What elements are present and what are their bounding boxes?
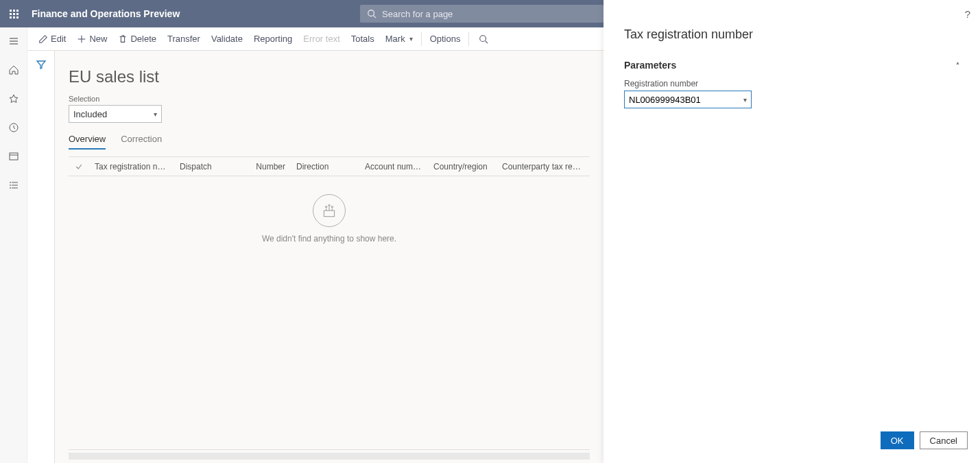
- panel-header: ?: [603, 0, 980, 27]
- app-launcher-button[interactable]: [0, 0, 27, 27]
- options-label: Options: [430, 34, 461, 44]
- totals-button[interactable]: Totals: [346, 27, 380, 51]
- search-icon: [367, 9, 377, 19]
- separator: [421, 32, 422, 46]
- hamburger-icon: [8, 36, 19, 47]
- waffle-icon: [10, 10, 19, 19]
- panel-title: Tax registration number: [603, 27, 980, 49]
- options-button[interactable]: Options: [425, 27, 466, 51]
- edit-button[interactable]: Edit: [33, 27, 71, 51]
- totals-label: Totals: [351, 34, 374, 44]
- edit-label: Edit: [51, 34, 66, 44]
- validate-button[interactable]: Validate: [206, 27, 248, 51]
- trash-icon: [118, 34, 128, 44]
- svg-point-0: [368, 10, 374, 16]
- nav-hamburger[interactable]: [0, 32, 27, 51]
- search-placeholder: Search for a page: [382, 9, 453, 19]
- search-icon: [479, 34, 488, 44]
- svg-line-17: [486, 40, 488, 43]
- search-input[interactable]: Search for a page: [360, 5, 603, 23]
- new-label: New: [89, 34, 107, 44]
- transfer-label: Transfer: [167, 34, 200, 44]
- delete-button[interactable]: Delete: [112, 27, 162, 51]
- svg-point-16: [480, 35, 486, 41]
- delete-label: Delete: [130, 34, 156, 44]
- left-nav: [0, 27, 27, 51]
- new-button[interactable]: New: [71, 27, 112, 51]
- side-panel: ? Tax registration number Parameters ˄ R…: [603, 0, 980, 51]
- pencil-icon: [38, 34, 48, 44]
- app-title: Finance and Operations Preview: [32, 8, 180, 19]
- reporting-label: Reporting: [254, 34, 292, 44]
- validate-label: Validate: [211, 34, 243, 44]
- mark-button[interactable]: Mark▾: [380, 27, 418, 51]
- action-search-button[interactable]: [472, 27, 498, 51]
- svg-line-1: [374, 16, 377, 19]
- separator: [468, 32, 469, 46]
- parameters-section: Parameters ˄ Registration number ▾: [603, 49, 980, 51]
- transfer-button[interactable]: Transfer: [162, 27, 206, 51]
- error-text-button: Error text: [298, 27, 345, 51]
- plus-icon: [77, 34, 86, 44]
- error-text-label: Error text: [303, 34, 339, 44]
- help-icon: ?: [965, 8, 970, 20]
- chevron-down-icon: ▾: [409, 35, 413, 43]
- help-button[interactable]: ?: [965, 8, 970, 20]
- mark-label: Mark: [385, 34, 405, 44]
- reporting-button[interactable]: Reporting: [248, 27, 298, 51]
